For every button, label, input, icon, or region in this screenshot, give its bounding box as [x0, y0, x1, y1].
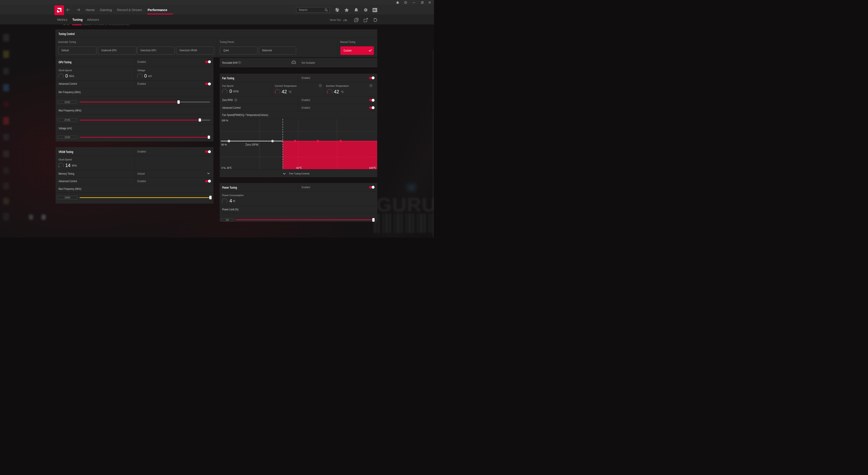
- svg-text:100 %: 100 %: [221, 119, 228, 122]
- svg-text:Zero RPM: Zero RPM: [245, 142, 258, 146]
- svg-text:62℃: 62℃: [296, 166, 302, 169]
- svg-text:50 %: 50 %: [221, 143, 227, 146]
- svg-text:100℃: 100℃: [369, 166, 376, 169]
- svg-text:0 %, 25℃: 0 %, 25℃: [221, 166, 232, 169]
